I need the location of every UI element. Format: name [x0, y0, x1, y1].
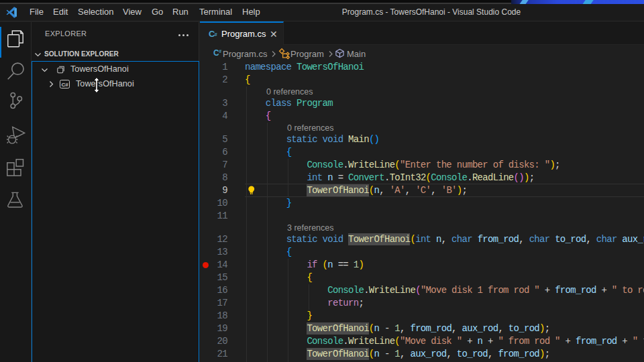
svg-text:C#: C#	[61, 82, 68, 88]
